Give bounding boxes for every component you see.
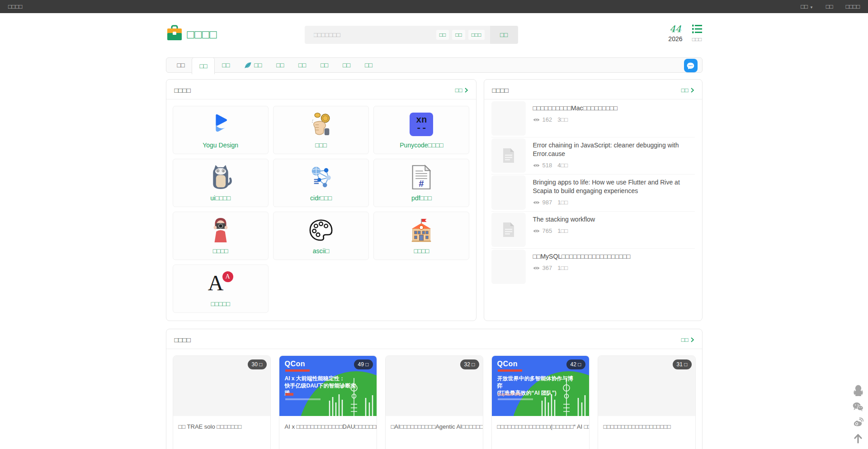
qcon-subtitle-bar (498, 369, 522, 372)
tool-school[interactable]: □□□□ (373, 212, 469, 260)
view-count: 162 (542, 116, 552, 123)
tab-2-active[interactable]: □□ (192, 57, 215, 75)
article-item-2[interactable]: Error chaining in JavaScript: cleaner de… (491, 137, 695, 175)
tool-ascii[interactable]: ascii□ (273, 212, 369, 260)
tab-7[interactable]: □□ (313, 58, 335, 72)
wechat-icon[interactable] (853, 402, 863, 411)
category-tabs: □□ □□ □□ □□ □□ □□ □□ □□ □□ (166, 57, 703, 73)
articles-section-title: □□□□ (492, 86, 509, 94)
search-input[interactable] (305, 26, 436, 44)
qcon-logo: QCon (497, 360, 518, 368)
search-button[interactable]: □□ (490, 26, 518, 44)
stat-count: 44 (668, 24, 682, 34)
cat-illustration-icon (209, 164, 232, 190)
speaker-name: Raphael Shu (498, 392, 523, 397)
time-ago: 1□□ (557, 199, 568, 206)
chat-button[interactable] (684, 59, 698, 72)
tab-6[interactable]: □□ (291, 58, 313, 72)
stat-list-block[interactable]: □□□ (692, 24, 703, 43)
article-thumbnail (491, 213, 526, 247)
speaker-role-bar (498, 398, 533, 400)
qcon-cover-image: QCon 开放世界中的多智能体协作与博弈 (打造最高效的“AI 团队”) Rap… (492, 356, 589, 416)
tab-4[interactable]: □□ (237, 58, 269, 72)
time-ago: 1□□ (557, 265, 568, 271)
view-count: 765 (542, 227, 552, 234)
tools-section: □□□□ □□ Yogu Design (166, 79, 476, 321)
eye-icon (533, 200, 540, 205)
chevron-right-icon (691, 337, 694, 342)
document-hash-icon: # (411, 164, 432, 190)
videos-more-link[interactable]: □□ (681, 336, 694, 343)
topbar-link-1[interactable]: □□ (826, 3, 833, 10)
weibo-icon[interactable] (853, 417, 863, 427)
video-card-row: 30 □ □□ TRAE solo □□□□□□□ (166, 349, 702, 449)
video-card-1[interactable]: 30 □ □□ TRAE solo □□□□□□□ (173, 355, 271, 449)
time-ago: 4□□ (557, 162, 568, 169)
article-item-4[interactable]: The stacking workflow 765 1□□ (491, 212, 695, 249)
top-bar: □□□□ □□▼ □□ □□□□ (0, 0, 868, 13)
hot-keyword-1[interactable]: □□ (436, 30, 449, 40)
video-cover-placeholder: 31 □ (598, 356, 695, 416)
article-item-5[interactable]: □□MySQL□□□□□□□□□□□□□□□□□□ 367 1□□ (491, 249, 695, 285)
duration-badge: 49 □ (354, 359, 373, 369)
videos-section: □□□□ □□ 30 □ □□ TRAE solo □□□□□□□ (166, 329, 703, 449)
eye-icon (533, 163, 540, 168)
topbar-links: □□▼ □□ □□□□ (801, 3, 860, 10)
video-cover-placeholder: 30 □ (173, 356, 270, 416)
topbar-link-2[interactable]: □□□□ (846, 3, 860, 10)
articles-more-link[interactable]: □□ (681, 87, 694, 94)
tool-pdf[interactable]: # pdf□□□ (373, 159, 469, 207)
search-bar: □□ □□ □□□ □□ (305, 26, 518, 44)
speaker-name-bar (285, 393, 293, 396)
duration-badge: 30 □ (248, 359, 267, 369)
tab-9[interactable]: □□ (358, 58, 380, 72)
article-thumbnail (491, 175, 526, 210)
view-count: 367 (542, 265, 552, 271)
tab-1[interactable]: □□ (170, 58, 192, 72)
articles-section: □□□□ □□ □□□□□□□□□□Mac□□□□□□□□□ 162 3□□ (484, 79, 703, 321)
tab-5[interactable]: □□ (269, 58, 291, 72)
video-card-4[interactable]: QCon 开放世界中的多智能体协作与博弈 (打造最高效的“AI 团队”) Rap… (491, 355, 590, 449)
time-ago: 1□□ (557, 227, 568, 234)
chevron-right-icon (691, 88, 694, 93)
header-stats: 44 2026 □□□ (668, 24, 702, 43)
eye-icon (533, 266, 540, 270)
article-item-3[interactable]: Bringing apps to life: How we use Flutte… (491, 175, 695, 212)
eye-icon (533, 229, 540, 233)
article-thumbnail (491, 250, 526, 284)
tool-cidr[interactable]: cidr□□□ (273, 159, 369, 207)
topbar-brand[interactable]: □□□□ (8, 3, 22, 10)
video-card-5[interactable]: 31 □ □□□□□□□□□□□□□□□□□□□ (598, 355, 696, 449)
topbar-menu-dropdown[interactable]: □□▼ (801, 3, 813, 10)
article-item-1[interactable]: □□□□□□□□□□Mac□□□□□□□□□ 162 3□□ (491, 100, 695, 137)
video-card-2[interactable]: QCon AI x 大前端性能稳定性： 快手亿级DAU下的智能诊断实践 49 □… (279, 355, 377, 449)
article-thumbnail (491, 138, 526, 173)
tools-section-title: □□□□ (175, 86, 191, 94)
tool-yogu-design[interactable]: Yogu Design (173, 106, 269, 154)
document-icon (502, 148, 515, 163)
coin-flip-hand-icon (309, 111, 333, 137)
tab-8[interactable]: □□ (335, 58, 358, 72)
xn-punycode-icon: xn -- (410, 113, 433, 136)
tool-ui-icons[interactable]: ui□□□□ (173, 159, 269, 207)
tab-3[interactable]: □□ (215, 58, 237, 72)
back-to-top-icon[interactable] (853, 433, 863, 444)
cover-title: AI x 大前端性能稳定性： 快手亿级DAU下的智能诊断实践 (285, 375, 361, 397)
tool-photo[interactable]: □□□□ (173, 212, 269, 260)
tool-coin[interactable]: □□□ (273, 106, 369, 154)
hot-keyword-3[interactable]: □□□ (468, 30, 485, 40)
tool-punycode[interactable]: xn -- Punycode□□□□ (373, 106, 469, 154)
tool-font[interactable]: A A □□□□□ (173, 265, 269, 313)
article-thumbnail (491, 101, 526, 136)
hot-keyword-2[interactable]: □□ (452, 30, 465, 40)
feather-bird-icon (244, 62, 252, 69)
document-icon (502, 222, 515, 237)
duration-badge: 32 □ (460, 359, 479, 369)
qcon-logo: QCon (285, 360, 306, 368)
site-logo[interactable]: □□□□ (166, 25, 217, 44)
tools-more-link[interactable]: □□ (455, 87, 468, 94)
duration-badge: 42 □ (566, 359, 585, 369)
qq-icon[interactable] (854, 385, 863, 396)
video-card-3[interactable]: 32 □ □AI□□□□□□□□□□Agentic AI□□□□□□□ (385, 355, 483, 449)
site-header: □□□□ □□ □□ □□□ □□ 44 2026 (166, 13, 703, 57)
